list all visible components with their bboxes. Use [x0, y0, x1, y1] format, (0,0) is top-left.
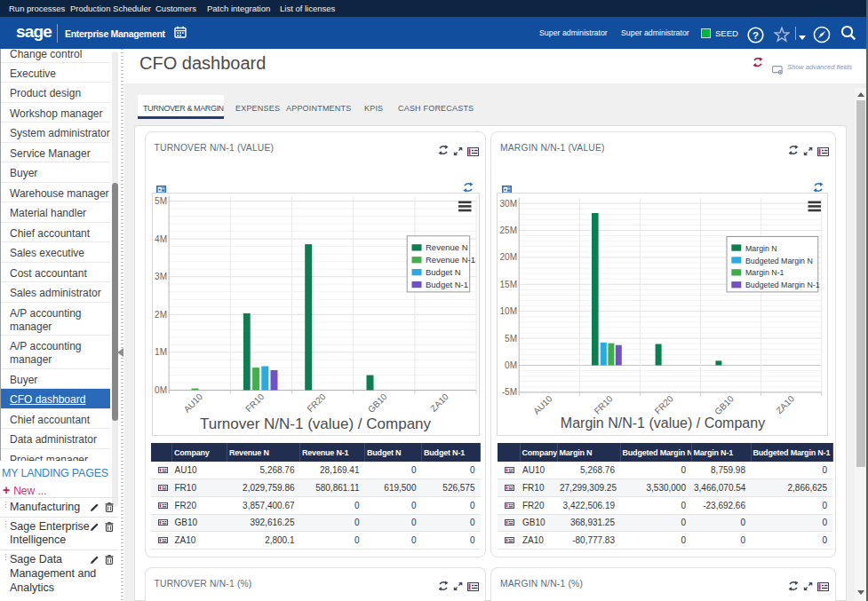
svg-text:1M: 1M: [155, 347, 167, 357]
svg-text:0M: 0M: [505, 360, 517, 370]
svg-text:Margin N/N-1 (value) / Company: Margin N/N-1 (value) / Company: [561, 415, 765, 431]
svg-text:2M: 2M: [155, 310, 167, 320]
svg-text:Revenue N-1: Revenue N-1: [426, 255, 475, 265]
svg-text:Revenue N: Revenue N: [426, 242, 468, 252]
svg-text:Margin N: Margin N: [745, 244, 777, 253]
svg-text:5M: 5M: [155, 196, 167, 206]
svg-text:4M: 4M: [155, 234, 167, 244]
svg-text:25M: 25M: [500, 225, 517, 235]
svg-text:Budgeted Margin N-1: Budgeted Margin N-1: [745, 281, 820, 289]
svg-text:30M: 30M: [500, 199, 517, 209]
svg-text:3M: 3M: [155, 272, 167, 281]
svg-text:-5M: -5M: [502, 387, 517, 397]
svg-text:0M: 0M: [155, 385, 167, 395]
svg-text:Turnover N/N-1 (value) / Compa: Turnover N/N-1 (value) / Company: [199, 415, 431, 432]
svg-text:20M: 20M: [500, 252, 517, 262]
svg-text:Budgeted Margin N: Budgeted Margin N: [745, 257, 813, 265]
svg-text:Budget N: Budget N: [426, 267, 461, 277]
svg-text:Margin N-1: Margin N-1: [745, 268, 784, 277]
svg-text:5M: 5M: [505, 334, 517, 344]
svg-text:Budget N-1: Budget N-1: [426, 280, 468, 289]
svg-text:?: ?: [753, 30, 759, 41]
svg-text:10M: 10M: [500, 306, 517, 316]
svg-text:15M: 15M: [500, 280, 517, 289]
